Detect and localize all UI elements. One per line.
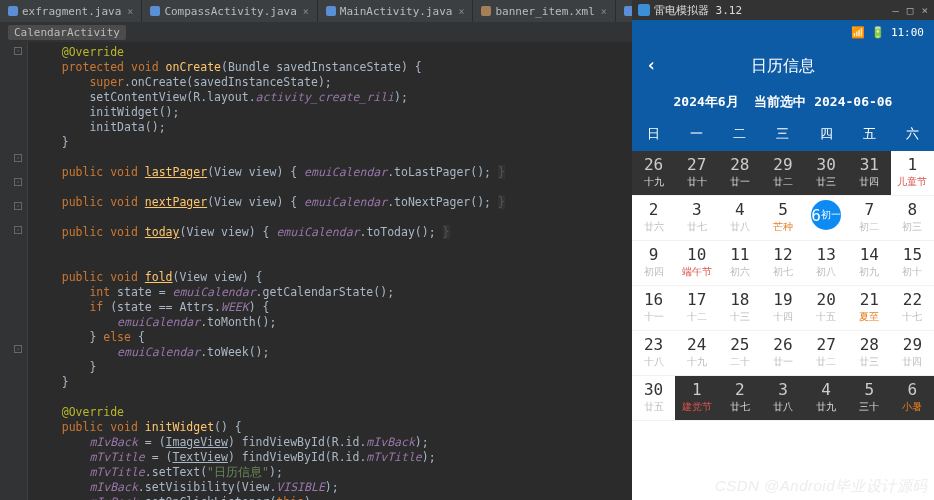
calendar-day[interactable]: 29廿二	[761, 151, 804, 195]
calendar-day[interactable]: 26廿一	[761, 331, 804, 375]
calendar-row: 26十九27廿十28廿一29廿二30廿三31廿四1儿童节	[632, 151, 934, 196]
calendar-day[interactable]: 7初二	[848, 196, 891, 240]
calendar-day[interactable]: 30廿三	[805, 151, 848, 195]
calendar-day[interactable]: 3廿七	[675, 196, 718, 240]
ide-pane: exfragment.java×CompassActivity.java×Mai…	[0, 0, 632, 500]
editor-tab[interactable]: CompassActivity.java×	[142, 0, 317, 22]
maximize-button[interactable]: □	[907, 4, 914, 17]
tab-close-icon[interactable]: ×	[458, 6, 464, 17]
android-status-bar: 📶 🔋 11:00	[632, 20, 934, 44]
tab-label: banner_item.xml	[495, 5, 594, 18]
calendar-day[interactable]: 6小暑	[891, 376, 934, 420]
weekday-label: 四	[805, 117, 848, 151]
calendar-day[interactable]: 3廿八	[761, 376, 804, 420]
calendar-day[interactable]: 13初八	[805, 241, 848, 285]
java-file-icon	[326, 6, 336, 16]
editor-tab[interactable]: MyFragment.java×	[616, 0, 632, 22]
tab-close-icon[interactable]: ×	[303, 6, 309, 17]
calendar-day[interactable]: 29廿四	[891, 331, 934, 375]
gutter[interactable]: - - - - - -	[0, 42, 28, 500]
code-area: - - - - - - @Override protected void onC…	[0, 42, 632, 500]
calendar-day[interactable]: 26十九	[632, 151, 675, 195]
weekday-label: 一	[675, 117, 718, 151]
editor-tab[interactable]: MainActivity.java×	[318, 0, 474, 22]
calendar-day[interactable]: 9初四	[632, 241, 675, 285]
calendar-day[interactable]: 1建党节	[675, 376, 718, 420]
calendar-day[interactable]: 18十三	[718, 286, 761, 330]
xml-file-icon	[481, 6, 491, 16]
weekday-label: 二	[718, 117, 761, 151]
calendar-day[interactable]: 17十二	[675, 286, 718, 330]
calendar-row: 9初四10端午节11初六12初七13初八14初九15初十	[632, 241, 934, 286]
breadcrumb[interactable]: CalendarActivity	[0, 22, 632, 42]
java-file-icon	[150, 6, 160, 16]
minimize-button[interactable]: —	[892, 4, 899, 17]
calendar-day[interactable]: 2廿六	[632, 196, 675, 240]
calendar-day[interactable]: 19十四	[761, 286, 804, 330]
emulator-pane: 雷电模拟器 3.12 — □ × 📶 🔋 11:00 ‹ 日历信息 2024年6…	[632, 0, 934, 500]
tab-label: exfragment.java	[22, 5, 121, 18]
tab-close-icon[interactable]: ×	[601, 6, 607, 17]
calendar-day[interactable]: 25二十	[718, 331, 761, 375]
weekday-label: 六	[891, 117, 934, 151]
calendar-row: 2廿六3廿七4廿八5芒种6初一7初二8初三	[632, 196, 934, 241]
back-button[interactable]: ‹	[646, 54, 657, 75]
calendar-day[interactable]: 28廿一	[718, 151, 761, 195]
calendar-day[interactable]: 15初十	[891, 241, 934, 285]
calendar-day[interactable]: 23十八	[632, 331, 675, 375]
editor-tabs: exfragment.java×CompassActivity.java×Mai…	[0, 0, 632, 22]
weekday-row: 日一二三四五六	[632, 117, 934, 151]
close-button[interactable]: ×	[921, 4, 928, 17]
battery-icon: 🔋	[871, 26, 885, 39]
calendar-day[interactable]: 27廿十	[675, 151, 718, 195]
emulator-title: 雷电模拟器 3.12	[654, 3, 742, 18]
calendar-day[interactable]: 8初三	[891, 196, 934, 240]
calendar-day[interactable]: 12初七	[761, 241, 804, 285]
weekday-label: 日	[632, 117, 675, 151]
calendar-row: 16十一17十二18十三19十四20十五21夏至22十七	[632, 286, 934, 331]
weekday-label: 五	[848, 117, 891, 151]
calendar-day[interactable]: 5芒种	[761, 196, 804, 240]
page-title: 日历信息	[642, 56, 924, 77]
calendar-day[interactable]: 21夏至	[848, 286, 891, 330]
calendar-day[interactable]: 5三十	[848, 376, 891, 420]
java-file-icon	[8, 6, 18, 16]
calendar-day[interactable]: 4廿九	[805, 376, 848, 420]
emulator-app-icon	[638, 4, 650, 16]
calendar-day[interactable]: 10端午节	[675, 241, 718, 285]
calendar-subtitle: 2024年6月 当前选中 2024-06-06	[642, 93, 924, 111]
calendar-day[interactable]: 16十一	[632, 286, 675, 330]
emulator-titlebar: 雷电模拟器 3.12 — □ ×	[632, 0, 934, 20]
calendar-day[interactable]: 2廿七	[718, 376, 761, 420]
calendar-day[interactable]: 6初一	[805, 196, 848, 240]
calendar-day[interactable]: 28廿三	[848, 331, 891, 375]
calendar-day[interactable]: 20十五	[805, 286, 848, 330]
calendar-day[interactable]: 14初九	[848, 241, 891, 285]
weekday-label: 三	[761, 117, 804, 151]
java-file-icon	[624, 6, 632, 16]
calendar-day[interactable]: 22十七	[891, 286, 934, 330]
calendar-day[interactable]: 11初六	[718, 241, 761, 285]
wifi-icon: 📶	[851, 26, 865, 39]
clock: 11:00	[891, 26, 924, 39]
calendar-day[interactable]: 1儿童节	[891, 151, 934, 195]
tab-label: MainActivity.java	[340, 5, 453, 18]
calendar-day[interactable]: 31廿四	[848, 151, 891, 195]
code-editor[interactable]: @Override protected void onCreate(Bundle…	[28, 42, 632, 500]
editor-tab[interactable]: exfragment.java×	[0, 0, 142, 22]
editor-tab[interactable]: banner_item.xml×	[473, 0, 615, 22]
tab-close-icon[interactable]: ×	[127, 6, 133, 17]
calendar-row: 30廿五1建党节2廿七3廿八4廿九5三十6小暑	[632, 376, 934, 421]
calendar-row: 23十八24十九25二十26廿一27廿二28廿三29廿四	[632, 331, 934, 376]
calendar-day[interactable]: 24十九	[675, 331, 718, 375]
calendar-day[interactable]: 4廿八	[718, 196, 761, 240]
calendar-day[interactable]: 30廿五	[632, 376, 675, 420]
calendar-header: ‹ 日历信息 2024年6月 当前选中 2024-06-06	[632, 44, 934, 117]
calendar-grid: 26十九27廿十28廿一29廿二30廿三31廿四1儿童节2廿六3廿七4廿八5芒种…	[632, 151, 934, 421]
tab-label: CompassActivity.java	[164, 5, 296, 18]
calendar-day[interactable]: 27廿二	[805, 331, 848, 375]
